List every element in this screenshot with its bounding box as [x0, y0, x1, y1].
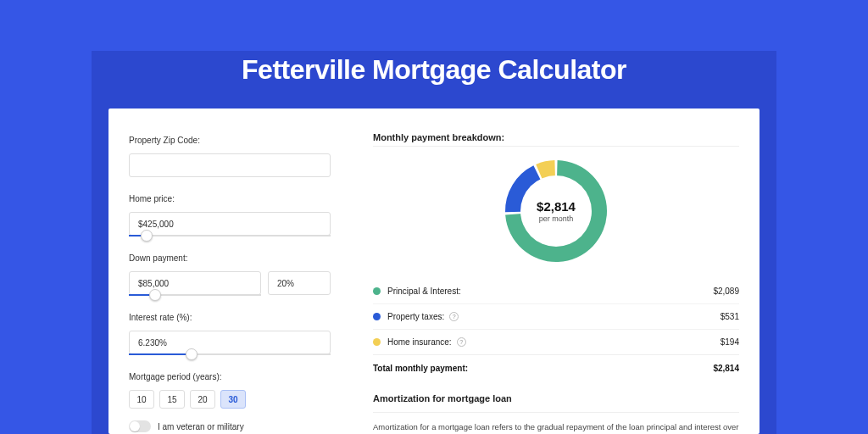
down-slider[interactable] — [129, 294, 261, 296]
slider-thumb[interactable] — [186, 348, 198, 360]
price-label: Home price: — [129, 194, 346, 203]
price-slider[interactable] — [129, 235, 331, 236]
legend-dot — [373, 287, 381, 295]
total-row: Total monthly payment: $2,814 — [373, 354, 739, 381]
rate-label: Interest rate (%): — [129, 313, 346, 322]
veteran-toggle[interactable] — [129, 420, 151, 432]
info-icon[interactable]: ? — [457, 337, 466, 347]
down-percent-input[interactable] — [268, 271, 331, 295]
donut-amount: $2,814 — [537, 199, 576, 214]
donut-wrap: $2,814 per month — [373, 147, 739, 279]
divider — [373, 412, 739, 413]
legend-row: Principal & Interest:$2,089 — [373, 279, 739, 303]
price-input[interactable] — [129, 212, 331, 236]
legend-label: Principal & Interest: — [387, 287, 461, 296]
rate-group: Interest rate (%): — [129, 313, 346, 355]
legend-label: Property taxes: — [387, 312, 444, 321]
legend-dot — [373, 313, 381, 320]
period-label: Mortgage period (years): — [129, 372, 346, 381]
amort-title: Amortization for mortgage loan — [373, 393, 739, 403]
legend-value: $531 — [721, 312, 739, 321]
page-title: Fetterville Mortgage Calculator — [0, 54, 868, 86]
calculator-card: Property Zip Code: Home price: Down paym… — [108, 108, 760, 434]
period-option-30[interactable]: 30 — [220, 390, 246, 409]
price-group: Home price: — [129, 194, 346, 236]
period-option-20[interactable]: 20 — [190, 390, 215, 409]
zip-input[interactable] — [129, 153, 331, 177]
down-amount-input[interactable] — [129, 271, 261, 295]
slider-thumb[interactable] — [141, 230, 153, 242]
legend: Principal & Interest:$2,089Property taxe… — [373, 279, 739, 354]
legend-dot — [373, 338, 381, 346]
inputs-column: Property Zip Code: Home price: Down paym… — [108, 108, 346, 434]
breakdown-column: Monthly payment breakdown: $2,814 per mo… — [346, 108, 760, 434]
zip-group: Property Zip Code: — [129, 136, 346, 177]
period-option-10[interactable]: 10 — [129, 390, 154, 409]
legend-value: $2,089 — [713, 287, 739, 296]
total-value: $2,814 — [713, 364, 739, 373]
toggle-knob — [130, 421, 140, 431]
rate-slider[interactable] — [129, 353, 331, 355]
legend-row: Home insurance:?$194 — [373, 329, 739, 354]
veteran-row: I am veteran or military — [129, 420, 346, 432]
rate-input[interactable] — [129, 331, 331, 354]
down-label: Down payment: — [129, 253, 346, 263]
down-group: Down payment: — [129, 253, 346, 296]
veteran-label: I am veteran or military — [158, 422, 244, 431]
legend-value: $194 — [721, 337, 739, 347]
period-option-15[interactable]: 15 — [159, 390, 185, 409]
legend-label: Home insurance: — [387, 337, 452, 347]
info-icon[interactable]: ? — [449, 312, 459, 321]
period-group: Mortgage period (years): 10152030 — [129, 372, 346, 409]
legend-row: Property taxes:?$531 — [373, 303, 739, 329]
amort-body: Amortization for a mortgage loan refers … — [373, 421, 739, 434]
breakdown-title: Monthly payment breakdown: — [373, 132, 739, 142]
slider-thumb[interactable] — [149, 289, 161, 301]
donut-center: $2,814 per month — [520, 175, 592, 247]
zip-label: Property Zip Code: — [129, 136, 346, 145]
donut-sub: per month — [539, 214, 574, 223]
donut-chart: $2,814 per month — [502, 157, 610, 265]
total-label: Total monthly payment: — [373, 364, 468, 373]
